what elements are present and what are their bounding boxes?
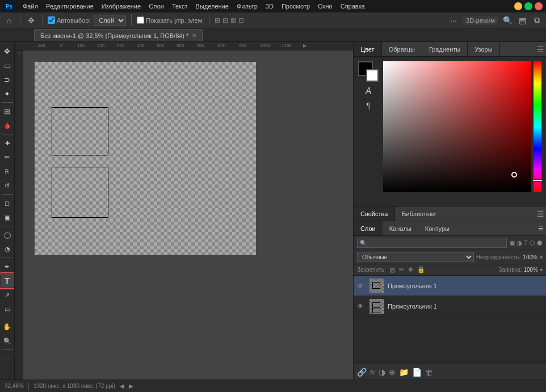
filter-text-icon[interactable]: T: [524, 239, 528, 247]
dodge-tool[interactable]: ◔: [1, 242, 14, 256]
eraser-tool[interactable]: ◻: [1, 196, 14, 210]
hand-tool[interactable]: ✋: [1, 320, 14, 334]
lock-paint-btn[interactable]: ✏: [398, 266, 405, 273]
menu-edit[interactable]: Редактирование: [43, 2, 97, 11]
background-swatch[interactable]: [366, 69, 379, 82]
layers-menu[interactable]: ☰: [538, 221, 546, 235]
delete-layer-icon[interactable]: 🗑: [425, 368, 433, 377]
3d-mode-label[interactable]: 3D-режим: [463, 16, 498, 25]
blur-tool[interactable]: ◯: [1, 228, 14, 242]
menu-filter[interactable]: Фильтр: [233, 2, 261, 11]
maximize-button[interactable]: [524, 2, 532, 10]
filter-shape-icon[interactable]: ⬡: [530, 239, 535, 247]
hue-cursor: [532, 179, 543, 182]
home-icon[interactable]: ⌂: [3, 15, 15, 26]
workspace-icon[interactable]: ▤: [516, 15, 528, 26]
move-tool[interactable]: ✥: [1, 44, 14, 58]
path-select-tool[interactable]: ↗: [1, 288, 14, 302]
marquee-tool[interactable]: ▭: [1, 58, 14, 72]
close-button[interactable]: [535, 2, 543, 10]
lock-position-btn[interactable]: ✥: [407, 266, 414, 273]
layer-item[interactable]: 👁 Прямоугольник 1: [354, 276, 546, 296]
search-icon[interactable]: 🔍: [502, 15, 513, 26]
menu-window[interactable]: Окно: [314, 2, 336, 11]
blend-mode-row: Обычные Непрозрачность: 100% ▾: [354, 250, 546, 264]
layer-visibility-icon[interactable]: 👁: [357, 282, 366, 290]
lasso-tool[interactable]: ⊃: [1, 73, 14, 86]
tab-color[interactable]: Цвет: [354, 42, 382, 56]
layer-visibility-icon[interactable]: 👁: [357, 302, 366, 310]
new-layer-icon[interactable]: 📄: [412, 368, 422, 377]
crop-tool[interactable]: ⊞: [1, 104, 14, 118]
fg-bg-swatches[interactable]: [358, 61, 379, 82]
text-tool[interactable]: T: [1, 274, 14, 288]
menu-help[interactable]: Справка: [337, 2, 368, 11]
fill-chevron[interactable]: ▾: [540, 267, 543, 273]
minimize-button[interactable]: [514, 2, 522, 10]
magic-wand-tool[interactable]: ✦: [1, 87, 14, 100]
info-arrow-right[interactable]: ▶: [129, 383, 133, 389]
layer-item[interactable]: 👁 Прямоугольник 1: [354, 296, 546, 317]
tab-patterns[interactable]: Узоры: [468, 42, 499, 56]
canvas-container[interactable]: [23, 50, 353, 380]
text-icon[interactable]: A: [366, 86, 372, 96]
fx-icon[interactable]: fx: [370, 369, 375, 376]
properties-panel-menu[interactable]: ☰: [535, 206, 546, 221]
layers-menu-icon[interactable]: ☰: [538, 225, 544, 232]
menu-image[interactable]: Изображение: [98, 2, 144, 11]
new-group-icon[interactable]: 📁: [399, 368, 409, 377]
lock-transparent-btn[interactable]: ▧: [388, 266, 396, 273]
tab-libraries[interactable]: Библиотеки: [395, 206, 443, 221]
menu-3d[interactable]: 3D: [262, 2, 277, 11]
auto-select-dropdown[interactable]: Слой: [94, 15, 126, 26]
shape-tool[interactable]: ▭: [1, 302, 14, 316]
history-brush-tool[interactable]: ↺: [1, 179, 14, 192]
show-transform-checkbox[interactable]: Показать упр. элем.: [137, 16, 204, 24]
eyedropper-tool[interactable]: 🩸: [1, 119, 14, 132]
opacity-value[interactable]: 100%: [523, 254, 537, 260]
pen-tool[interactable]: ✒: [1, 260, 14, 273]
gradient-tool[interactable]: ▣: [1, 210, 14, 224]
lock-all-btn[interactable]: 🔒: [416, 266, 426, 273]
filter-pixel-icon[interactable]: ▣: [509, 239, 515, 247]
ruler-horizontal: -100 0 100 200 300 400 500 600 700 800 9…: [15, 42, 353, 50]
tab-channels[interactable]: Каналы: [383, 221, 418, 235]
tab-close-button[interactable]: ✕: [192, 32, 196, 39]
opacity-chevron[interactable]: ▾: [540, 254, 543, 260]
layers-search[interactable]: 🔍 Вид: [357, 238, 507, 248]
paragraph-icon[interactable]: ¶: [366, 101, 371, 110]
heal-tool[interactable]: ✚: [1, 136, 14, 150]
color-panel-menu[interactable]: ☰: [535, 42, 546, 56]
auto-select-checkbox[interactable]: Автовыбор:: [48, 16, 90, 24]
more-options-icon[interactable]: ···: [448, 15, 459, 26]
blend-mode-select[interactable]: Обычные: [357, 252, 474, 262]
filter-smart-icon[interactable]: ⬢: [537, 239, 543, 247]
tab-properties[interactable]: Свойства: [354, 206, 395, 221]
tab-layers[interactable]: Слои: [354, 221, 383, 235]
menu-layers[interactable]: Слои: [145, 2, 167, 11]
zoom-tool[interactable]: 🔍: [1, 334, 14, 348]
move-tool-icon[interactable]: ✥: [26, 15, 37, 26]
clone-tool[interactable]: ⎘: [1, 165, 14, 178]
tab-paths[interactable]: Контуры: [418, 221, 456, 235]
add-mask-icon[interactable]: ◑: [379, 368, 385, 377]
layers-filter-input[interactable]: Вид: [368, 240, 402, 246]
color-gradient[interactable]: [383, 61, 531, 192]
menu-text[interactable]: Текст: [169, 2, 191, 11]
filter-adjust-icon[interactable]: ◑: [516, 239, 522, 247]
arrange-icon[interactable]: ⧉: [531, 15, 543, 26]
info-arrow-left[interactable]: ◀: [120, 383, 124, 389]
more-tools[interactable]: ···: [1, 352, 14, 365]
document-tab[interactable]: Без имени-1 @ 32,5% (Прямоугольник 1, RG…: [34, 29, 203, 41]
brush-tool[interactable]: ✏: [1, 150, 14, 164]
fill-value[interactable]: 100%: [523, 267, 538, 273]
zoom-status[interactable]: 32,48%: [5, 383, 24, 389]
link-layers-icon[interactable]: 🔗: [357, 368, 367, 377]
tab-gradients[interactable]: Градиенты: [422, 42, 468, 56]
menu-view[interactable]: Просмотр: [278, 2, 313, 11]
tab-swatches[interactable]: Образцы: [382, 42, 422, 56]
hue-bar[interactable]: [534, 61, 541, 192]
menu-select[interactable]: Выделение: [192, 2, 232, 11]
new-fill-icon[interactable]: ⊕: [389, 368, 396, 377]
menu-file[interactable]: Файл: [19, 2, 41, 11]
